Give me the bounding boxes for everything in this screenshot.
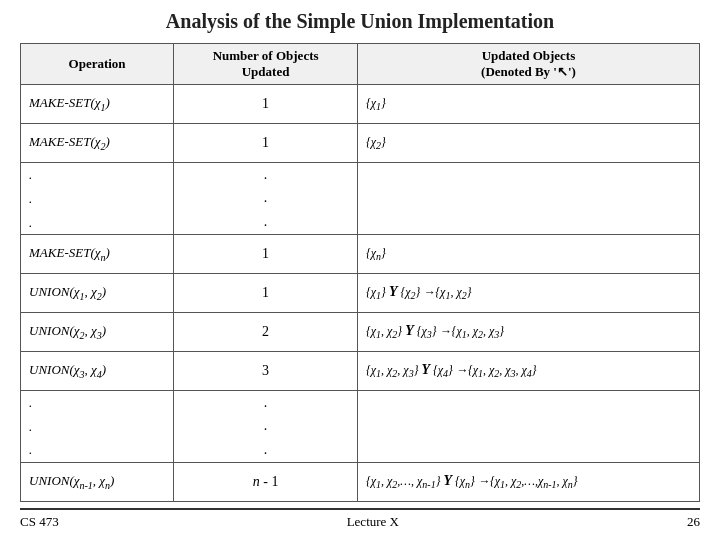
num-dot: . <box>174 163 358 187</box>
footer-left: CS 473 <box>20 514 59 530</box>
table-row-dots: . . <box>21 390 700 414</box>
updated-dot <box>358 415 700 438</box>
op-cell: MAKE-SET(χn) <box>21 234 174 273</box>
updated-dot <box>358 187 700 210</box>
num-cell: 1 <box>174 234 358 273</box>
op-dot: . <box>21 187 174 210</box>
op-cell: MAKE-SET(χ1) <box>21 85 174 124</box>
main-table: Operation Number of ObjectsUpdated Updat… <box>20 43 700 502</box>
op-cell: UNION(χ1, χ2) <box>21 273 174 312</box>
page: Analysis of the Simple Union Implementat… <box>0 0 720 540</box>
table-row: UNION(χ3, χ4) 3 {χ1, χ2, χ3} Y {χ4} →{χ1… <box>21 351 700 390</box>
table-row-dots: . . <box>21 187 700 210</box>
op-cell: UNION(χ3, χ4) <box>21 351 174 390</box>
op-cell: UNION(χ2, χ3) <box>21 312 174 351</box>
num-cell: 1 <box>174 124 358 163</box>
table-row: UNION(χ1, χ2) 1 {χ1} Y {χ2} →{χ1, χ2} <box>21 273 700 312</box>
updated-cell: {χ2} <box>358 124 700 163</box>
op-dot: . <box>21 210 174 234</box>
op-dot: . <box>21 415 174 438</box>
table-row: MAKE-SET(χ2) 1 {χ2} <box>21 124 700 163</box>
table-row-dots: . . <box>21 438 700 462</box>
updated-cell: {χ1, χ2} Y {χ3} →{χ1, χ2, χ3} <box>358 312 700 351</box>
table-row: MAKE-SET(χn) 1 {χn} <box>21 234 700 273</box>
num-cell: 3 <box>174 351 358 390</box>
updated-dot <box>358 438 700 462</box>
footer-right: 26 <box>687 514 700 530</box>
updated-cell: {χ1, χ2, χ3} Y {χ4} →{χ1, χ2, χ3, χ4} <box>358 351 700 390</box>
op-dot: . <box>21 163 174 187</box>
num-dot: . <box>174 187 358 210</box>
updated-cell: {χ1, χ2,…, χn-1} Y {χn} →{χ1, χ2,…,χn-1,… <box>358 462 700 501</box>
num-dot: . <box>174 438 358 462</box>
num-dot: . <box>174 210 358 234</box>
table-row-dots: . . <box>21 415 700 438</box>
updated-cell: {χn} <box>358 234 700 273</box>
page-title: Analysis of the Simple Union Implementat… <box>20 10 700 33</box>
table-row-dots: . . <box>21 210 700 234</box>
num-dot: . <box>174 390 358 414</box>
col-header-num-objects: Number of ObjectsUpdated <box>174 44 358 85</box>
num-cell: 1 <box>174 273 358 312</box>
op-dot: . <box>21 390 174 414</box>
footer-center: Lecture X <box>347 514 399 530</box>
op-cell: UNION(χn-1, χn) <box>21 462 174 501</box>
table-header-row: Operation Number of ObjectsUpdated Updat… <box>21 44 700 85</box>
updated-dot <box>358 390 700 414</box>
num-dot: . <box>174 415 358 438</box>
num-cell: n - 1 <box>174 462 358 501</box>
table-row-dots: . . <box>21 163 700 187</box>
footer: CS 473 Lecture X 26 <box>20 508 700 530</box>
table-row: UNION(χn-1, χn) n - 1 {χ1, χ2,…, χn-1} Y… <box>21 462 700 501</box>
updated-dot <box>358 163 700 187</box>
updated-cell: {χ1} <box>358 85 700 124</box>
num-cell: 1 <box>174 85 358 124</box>
num-cell: 2 <box>174 312 358 351</box>
col-header-updated-objects: Updated Objects(Denoted By '↖') <box>358 44 700 85</box>
op-dot: . <box>21 438 174 462</box>
updated-cell: {χ1} Y {χ2} →{χ1, χ2} <box>358 273 700 312</box>
op-cell: MAKE-SET(χ2) <box>21 124 174 163</box>
updated-dot <box>358 210 700 234</box>
table-row: UNION(χ2, χ3) 2 {χ1, χ2} Y {χ3} →{χ1, χ2… <box>21 312 700 351</box>
col-header-operation: Operation <box>21 44 174 85</box>
table-row: MAKE-SET(χ1) 1 {χ1} <box>21 85 700 124</box>
